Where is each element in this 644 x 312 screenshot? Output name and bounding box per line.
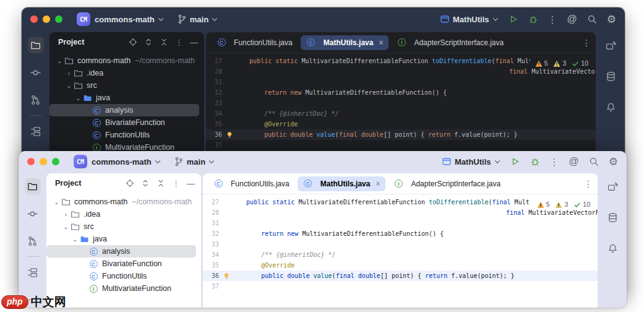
branch-switcher[interactable]: main xyxy=(174,157,215,167)
project-tool-button[interactable] xyxy=(28,37,44,53)
tree-item-bivariatefunction[interactable]: CBivariateFunction xyxy=(49,116,199,129)
commit-tool-button[interactable] xyxy=(25,206,41,222)
hide-panel-icon[interactable]: — xyxy=(187,180,195,188)
tree-item-src[interactable]: ⌄src xyxy=(46,220,196,233)
tree-item-src[interactable]: ⌄src xyxy=(49,79,199,92)
close-window-button[interactable] xyxy=(30,15,38,23)
tab-functionutils-java[interactable]: CFunctionUtils.java xyxy=(208,176,295,191)
run-button[interactable] xyxy=(510,157,520,167)
tree-expander[interactable]: ⌄ xyxy=(53,199,61,206)
expand-all-icon[interactable] xyxy=(144,38,153,46)
collapse-all-icon[interactable] xyxy=(160,38,168,46)
tab-functionutils-java[interactable]: CFunctionUtils.java xyxy=(211,35,298,50)
code-line-27[interactable]: 27 public static MultivariateDifferentia… xyxy=(206,56,596,66)
tree-item-.idea[interactable]: ›.idea xyxy=(49,67,199,79)
settings-button[interactable]: ⚙ xyxy=(607,14,616,25)
tree-item-java[interactable]: ⌄java xyxy=(49,92,199,104)
code-line-28[interactable]: 28final MultivariateVectorFu xyxy=(203,207,598,218)
structure-tool-button[interactable] xyxy=(28,123,44,139)
tree-expander[interactable]: ⌄ xyxy=(62,223,70,230)
database-tool-button[interactable] xyxy=(605,209,621,225)
code-line-31[interactable]: 31 xyxy=(203,218,598,228)
tab-adapterscriptinterface-java[interactable]: IAdapterScriptInterface.java xyxy=(391,35,509,50)
tree-expander[interactable]: ⌄ xyxy=(74,95,82,102)
panel-options-icon[interactable]: ⋮ xyxy=(172,180,180,188)
close-tab-icon[interactable]: × xyxy=(379,39,383,46)
panel-options-icon[interactable]: ⋮ xyxy=(175,38,183,46)
structure-tool-button[interactable] xyxy=(25,264,41,280)
code-line-28[interactable]: 28final MultivariateVectorFu xyxy=(206,66,596,77)
tab-options-icon[interactable]: ⋮ xyxy=(584,179,593,189)
code-editor[interactable]: 27 public static MultivariateDifferentia… xyxy=(203,194,598,308)
code-line-32[interactable]: 32 return new MultivariateDifferentiable… xyxy=(203,228,598,239)
tree-item-.idea[interactable]: ›.idea xyxy=(46,208,196,220)
tree-item-analysis[interactable]: Canalysis xyxy=(49,104,199,116)
tab-options-icon[interactable]: ⋮ xyxy=(582,38,591,48)
tree-item-commons-math[interactable]: ⌄commons-math~/commons-math xyxy=(49,54,199,67)
mention-ai-icon[interactable]: @ xyxy=(569,157,579,167)
settings-button[interactable]: ⚙ xyxy=(609,157,618,167)
code-line-36[interactable]: 36 public double value(final double[] po… xyxy=(203,271,598,281)
pull-requests-tool-button[interactable] xyxy=(28,92,44,108)
more-actions-button[interactable]: ⋮ xyxy=(548,15,557,24)
intention-bulb-icon[interactable] xyxy=(226,131,233,139)
code-line-33[interactable]: 33 xyxy=(206,98,596,108)
code-line-37[interactable]: 37 xyxy=(206,140,596,150)
commit-tool-button[interactable] xyxy=(28,64,44,80)
search-everywhere-button[interactable] xyxy=(587,14,597,24)
code-line-35[interactable]: 35 @Override xyxy=(203,260,598,271)
tab-mathutils-java[interactable]: CMathUtils.java× xyxy=(301,35,389,50)
code-line-31[interactable]: 31 xyxy=(206,77,596,87)
collapse-all-icon[interactable] xyxy=(157,179,165,188)
expand-all-icon[interactable] xyxy=(141,179,150,188)
more-actions-button[interactable]: ⋮ xyxy=(550,157,559,167)
tree-item-bivariatefunction[interactable]: CBivariateFunction xyxy=(46,258,196,270)
tree-item-multivariatefunction[interactable]: IMultivariateFunction xyxy=(46,282,196,295)
run-configuration-selector[interactable]: MathUtils xyxy=(442,157,500,167)
project-switcher[interactable]: commons-math xyxy=(92,157,161,167)
locate-file-icon[interactable] xyxy=(129,38,137,46)
code-line-36[interactable]: 36 public double value(final double[] po… xyxy=(206,129,596,140)
tree-item-commons-math[interactable]: ⌄commons-math~/commons-math xyxy=(46,196,196,208)
debug-button[interactable] xyxy=(530,157,540,167)
run-configuration-selector[interactable]: MathUtils xyxy=(440,14,499,24)
locate-file-icon[interactable] xyxy=(126,179,134,188)
database-tool-button[interactable] xyxy=(603,68,619,84)
tree-expander[interactable]: › xyxy=(62,211,70,218)
code-line-27[interactable]: 27 public static MultivariateDifferentia… xyxy=(203,197,598,207)
code-line-33[interactable]: 33 xyxy=(203,239,598,249)
pull-requests-tool-button[interactable] xyxy=(25,233,41,249)
intention-bulb-icon[interactable] xyxy=(223,272,230,280)
code-line-34[interactable]: 34 /** {@inheritDoc} */ xyxy=(206,108,596,119)
search-everywhere-button[interactable] xyxy=(589,157,599,167)
mention-ai-icon[interactable]: @ xyxy=(567,14,577,24)
tree-expander[interactable]: ⌄ xyxy=(71,236,79,243)
tree-expander[interactable]: › xyxy=(65,70,73,77)
tree-expander[interactable]: ⌄ xyxy=(65,82,73,89)
tree-item-analysis[interactable]: Canalysis xyxy=(46,245,196,258)
close-window-button[interactable] xyxy=(27,158,35,165)
project-switcher[interactable]: commons-math xyxy=(95,15,164,24)
tree-item-java[interactable]: ⌄java xyxy=(46,233,196,245)
notifications-tool-button[interactable] xyxy=(605,240,621,256)
run-button[interactable] xyxy=(509,14,518,24)
notifications-tool-button[interactable] xyxy=(603,99,619,115)
minimize-window-button[interactable] xyxy=(40,158,47,165)
tree-item-functionutils[interactable]: CFunctionUtils xyxy=(49,129,199,141)
remote-devices-tool-button[interactable] xyxy=(605,178,621,194)
tab-mathutils-java[interactable]: CMathUtils.java× xyxy=(298,176,386,191)
tree-expander[interactable]: ⌄ xyxy=(56,58,64,64)
debug-button[interactable] xyxy=(528,14,538,24)
project-tool-button[interactable] xyxy=(25,178,41,194)
minimize-window-button[interactable] xyxy=(43,15,50,23)
hide-panel-icon[interactable]: — xyxy=(190,38,198,46)
tab-adapterscriptinterface-java[interactable]: IAdapterScriptInterface.java xyxy=(388,176,506,191)
close-tab-icon[interactable]: × xyxy=(376,180,380,188)
code-line-35[interactable]: 35 @Override xyxy=(206,119,596,129)
code-line-32[interactable]: 32 return new MultivariateDifferentiable… xyxy=(206,87,596,98)
tree-item-functionutils[interactable]: CFunctionUtils xyxy=(46,270,196,282)
remote-devices-tool-button[interactable] xyxy=(603,37,619,53)
maximize-window-button[interactable] xyxy=(52,158,59,165)
maximize-window-button[interactable] xyxy=(55,15,62,23)
code-line-34[interactable]: 34 /** {@inheritDoc} */ xyxy=(203,249,598,260)
